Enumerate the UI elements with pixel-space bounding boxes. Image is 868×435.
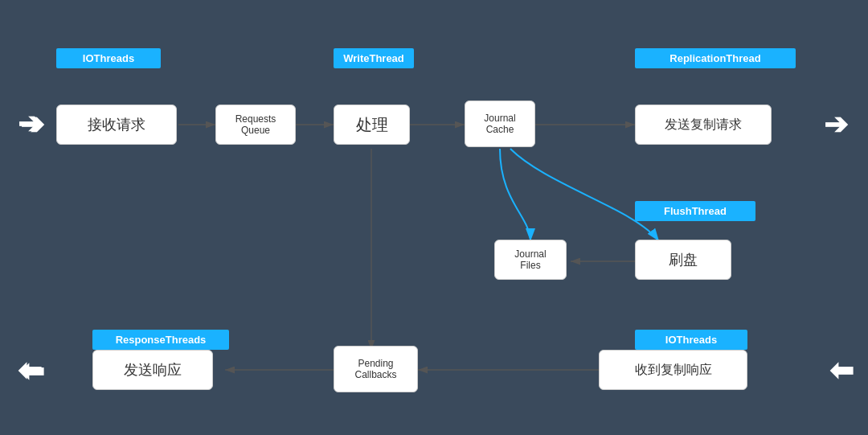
requests-queue-box: Requests Queue xyxy=(215,105,296,145)
journal-cache-box: Journal Cache xyxy=(465,101,535,147)
journal-files-box: Journal Files xyxy=(494,240,567,280)
iothreads-bottom-label: IOThreads xyxy=(635,330,747,350)
writethread-label: WriteThread xyxy=(334,48,414,68)
flush-disk-box: 刷盘 xyxy=(635,240,731,280)
arrow-in-top-icon: ➔ xyxy=(18,107,42,141)
arrow-out-top: ➔ xyxy=(818,107,854,142)
arrow-out-bottom-icon: ⬅ xyxy=(18,354,42,388)
diagram: ➔ IOThreads 接收请求 Requests Queue WriteThr… xyxy=(0,0,868,435)
iothreads-top-label: IOThreads xyxy=(56,48,161,68)
send-response-box: 发送响应 xyxy=(92,350,213,390)
send-replication-box: 发送复制请求 xyxy=(635,105,772,145)
receive-request-box: 接收请求 xyxy=(56,105,177,145)
replication-thread-label: ReplicationThread xyxy=(635,48,796,68)
receive-replication-box: 收到复制响应 xyxy=(599,350,747,390)
pending-callbacks-box: Pending Callbacks xyxy=(334,346,418,392)
process-box: 处理 xyxy=(334,105,410,145)
flushthread-label: FlushThread xyxy=(635,201,755,221)
response-threads-label: ResponseThreads xyxy=(92,330,229,350)
arrow-in-bottom: ⬅ xyxy=(829,354,854,388)
